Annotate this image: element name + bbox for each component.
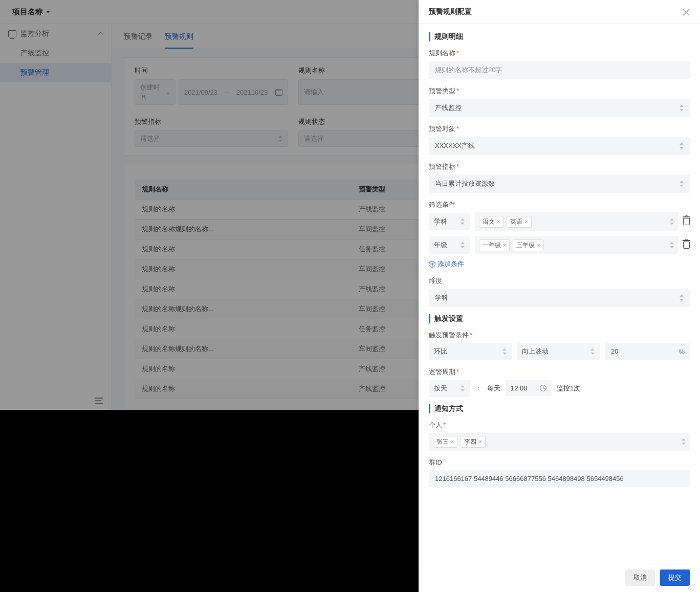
filter2-value-select[interactable]: 一年级× 三年级× — [475, 236, 678, 254]
dim-label: 维度 — [429, 276, 690, 286]
person-select[interactable]: 张三× 李四× — [429, 433, 690, 451]
sort-icon — [590, 348, 595, 355]
unit: % — [679, 347, 685, 355]
tag: 张三× — [433, 436, 457, 448]
trigger-op-select[interactable]: 环比 — [429, 343, 512, 360]
plus-circle-icon — [429, 261, 435, 268]
alert-type-label: 预警类型* — [429, 86, 690, 96]
add-condition-link[interactable]: 添加条件 — [429, 259, 464, 269]
tag: 三年级× — [513, 239, 543, 251]
rule-name-input[interactable]: 规则的名称不超过20字 — [429, 61, 690, 79]
alert-indicator-label: 预警指标* — [429, 162, 690, 171]
trigger-dir-select[interactable]: 向上波动 — [517, 343, 600, 360]
cycle-sep: ： — [475, 384, 482, 393]
cycle-time-input[interactable]: 12:00 — [506, 380, 552, 396]
sort-icon — [670, 242, 674, 248]
alert-target-label: 预警对象* — [429, 124, 690, 134]
sort-icon — [670, 218, 674, 225]
tag-remove-icon[interactable]: × — [451, 438, 454, 445]
drawer-title: 预警规则配置 — [429, 7, 472, 16]
filter1-value-select[interactable]: 语文× 英语× — [475, 212, 678, 231]
clock-icon — [540, 385, 546, 391]
dim-select[interactable]: 学科 — [429, 289, 690, 307]
cancel-button[interactable]: 取消 — [625, 569, 655, 586]
tag-remove-icon[interactable]: × — [478, 438, 482, 445]
sort-icon — [680, 295, 684, 301]
section-trigger: 触发设置 — [429, 314, 690, 323]
sort-icon — [461, 218, 465, 225]
rule-name-label: 规则名称* — [429, 49, 690, 58]
tag: 英语× — [507, 216, 531, 228]
filter-cond-label: 筛选条件 — [429, 200, 690, 209]
sort-icon — [680, 143, 684, 149]
tag-remove-icon[interactable]: × — [497, 218, 500, 225]
section-notify: 通知方式 — [429, 404, 690, 413]
alert-indicator-select[interactable]: 当日累计投放资源数 — [429, 174, 690, 193]
trigger-label: 触发预警条件* — [429, 331, 690, 340]
delete-icon[interactable] — [683, 242, 690, 249]
tag: 一年级× — [479, 239, 510, 251]
group-label: 群ID — [429, 458, 690, 467]
alert-type-select[interactable]: 产线监控 — [429, 99, 690, 117]
filter1-field-select[interactable]: 学科 — [429, 213, 470, 230]
filter2-field-select[interactable]: 年级 — [429, 236, 470, 254]
section-detail: 规则明细 — [429, 32, 690, 41]
tag-remove-icon[interactable]: × — [503, 242, 506, 248]
alert-target-select[interactable]: XXXXXX产线 — [429, 137, 690, 155]
cycle-every: 每天 — [487, 384, 500, 393]
cycle-label: 巡警周期* — [429, 367, 690, 377]
sort-icon — [461, 385, 465, 391]
sort-icon — [682, 438, 686, 445]
drawer-config: 预警规则配置 规则明细 规则名称* 规则的名称不超过20字 预警类型* 产线监控… — [419, 0, 700, 592]
person-label: 个人* — [429, 421, 690, 430]
close-icon[interactable] — [683, 8, 690, 15]
group-input[interactable]: 1216166167 54489446 56666877556 54648984… — [429, 470, 690, 487]
tag: 李四× — [461, 436, 485, 448]
sort-icon — [502, 348, 507, 355]
tag: 语文× — [479, 216, 504, 228]
tag-remove-icon[interactable]: × — [537, 242, 540, 248]
sort-icon — [680, 105, 684, 111]
delete-icon[interactable] — [683, 218, 690, 225]
submit-button[interactable]: 提交 — [660, 569, 690, 586]
trigger-val-input[interactable]: 20 % — [605, 343, 690, 360]
cycle-count: 监控1次 — [557, 384, 580, 393]
sort-icon — [461, 242, 465, 248]
cycle-unit-select[interactable]: 按天 — [429, 380, 470, 397]
sort-icon — [680, 181, 684, 187]
tag-remove-icon[interactable]: × — [524, 218, 528, 225]
